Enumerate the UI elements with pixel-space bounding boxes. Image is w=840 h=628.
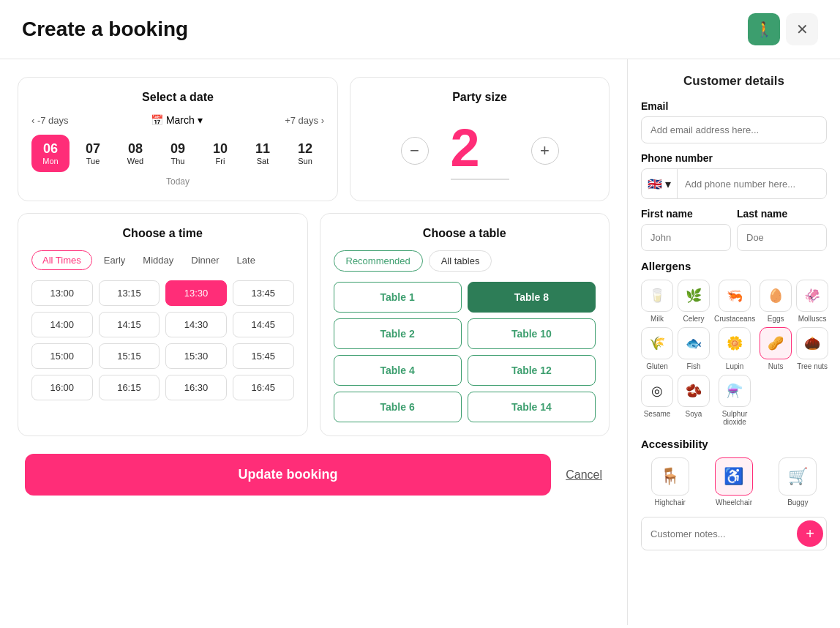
time-slot-button[interactable]: 15:45 <box>233 343 294 369</box>
date-item[interactable]: 10Fri <box>201 135 239 172</box>
date-list: 06Mon07Tue08Wed09Thu10Fri11Sat12Sun <box>31 135 324 172</box>
allergen-item[interactable]: 🥜Nuts <box>760 327 792 370</box>
time-slot-button[interactable]: 13:45 <box>233 280 294 306</box>
notes-add-button[interactable]: + <box>797 520 823 547</box>
allergen-item[interactable]: 🫘Soya <box>678 375 710 426</box>
time-slot-button[interactable]: 16:15 <box>99 375 160 400</box>
date-item[interactable]: 08Wed <box>116 135 154 172</box>
last-name-label: Last name <box>737 208 827 220</box>
time-picker-title: Choose a time <box>31 227 294 240</box>
accessibility-item[interactable]: 🛒Buggy <box>769 457 827 506</box>
allergens-title: Allergens <box>641 260 827 272</box>
date-item[interactable]: 09Thu <box>159 135 197 172</box>
allergens-grid: 🥛Milk🌿Celery🦐Crustaceans🥚Eggs🦑Molluscs🌾G… <box>641 280 827 426</box>
time-slot-button[interactable]: 14:30 <box>165 312 227 337</box>
time-slot-button[interactable]: 14:45 <box>233 312 294 337</box>
left-panel: Select a date ‹ -7 days 📅 March ▾ +7 day… <box>0 59 628 625</box>
date-picker-title: Select a date <box>31 91 324 104</box>
table-picker-card: Choose a table RecommendedAll tables Tab… <box>320 213 610 436</box>
table-grid: Table 1Table 8Table 2Table 10Table 4Tabl… <box>334 282 596 422</box>
email-input[interactable] <box>641 116 827 143</box>
month-selector[interactable]: 📅 March ▾ <box>151 114 203 126</box>
time-slot-button[interactable]: 16:30 <box>165 375 227 400</box>
header-buttons: 🚶 ✕ <box>748 13 818 45</box>
phone-label: Phone number <box>641 152 827 164</box>
table-filter-button[interactable]: Recommended <box>334 250 423 272</box>
table-button[interactable]: Table 10 <box>468 318 596 349</box>
table-button[interactable]: Table 6 <box>334 392 462 422</box>
accessibility-item[interactable]: ♿Wheelchair <box>705 457 762 506</box>
allergen-item[interactable]: 🌼Lupin <box>714 327 755 370</box>
party-decrease-button[interactable]: − <box>401 137 429 165</box>
phone-input[interactable] <box>678 171 826 197</box>
time-slot-button[interactable]: 14:15 <box>99 312 160 337</box>
accessibility-title: Accessibility <box>641 438 827 450</box>
allergen-item[interactable]: 🥛Milk <box>641 280 673 323</box>
party-size-underline <box>451 179 509 180</box>
allergen-item[interactable]: 🌿Celery <box>678 280 710 323</box>
first-name-input[interactable] <box>641 224 731 251</box>
party-size-value: 2 <box>451 122 509 174</box>
top-grid: Select a date ‹ -7 days 📅 March ▾ +7 day… <box>18 77 610 201</box>
next-days-button[interactable]: +7 days › <box>285 115 324 126</box>
allergen-item[interactable]: 🐟Fish <box>678 327 710 370</box>
date-item[interactable]: 12Sun <box>286 135 324 172</box>
allergen-item[interactable]: 🥚Eggs <box>760 280 792 323</box>
last-name-input[interactable] <box>737 224 827 251</box>
allergen-item[interactable]: ⚗️Sulphur dioxide <box>714 375 755 426</box>
time-slot-button[interactable]: 15:30 <box>165 343 227 369</box>
main-layout: Select a date ‹ -7 days 📅 March ▾ +7 day… <box>0 59 840 625</box>
close-button[interactable]: ✕ <box>786 13 818 45</box>
prev-days-button[interactable]: ‹ -7 days <box>31 115 69 126</box>
time-picker-card: Choose a time All TimesEarlyMiddayDinner… <box>18 213 308 436</box>
time-slot-button[interactable]: 16:45 <box>233 375 294 400</box>
date-item[interactable]: 11Sat <box>244 135 282 172</box>
phone-field: 🇬🇧 ▾ <box>641 168 827 199</box>
email-label: Email <box>641 100 827 112</box>
table-button[interactable]: Table 14 <box>468 392 596 422</box>
time-filters: All TimesEarlyMiddayDinnerLate <box>31 250 294 270</box>
date-picker-card: Select a date ‹ -7 days 📅 March ▾ +7 day… <box>18 77 338 201</box>
date-item[interactable]: 07Tue <box>74 135 112 172</box>
table-button[interactable]: Table 1 <box>334 282 462 313</box>
table-filter-button[interactable]: All tables <box>429 250 492 272</box>
table-filters: RecommendedAll tables <box>334 250 596 272</box>
walk-in-button[interactable]: 🚶 <box>748 13 780 45</box>
time-slot-button[interactable]: 13:00 <box>31 280 93 306</box>
time-slot-button[interactable]: 13:15 <box>99 280 160 306</box>
allergen-item[interactable]: ◎Sesame <box>641 375 673 426</box>
date-item[interactable]: 06Mon <box>31 135 70 172</box>
party-size-card: Party size − 2 + <box>350 77 610 201</box>
allergen-item[interactable]: 🌾Gluten <box>641 327 673 370</box>
time-slot-button[interactable]: 16:00 <box>31 375 93 400</box>
time-slot-button[interactable]: 15:00 <box>31 343 93 369</box>
update-booking-button[interactable]: Update booking <box>25 454 551 496</box>
allergen-item[interactable]: 🦐Crustaceans <box>714 280 755 323</box>
time-grid: 13:0013:1513:3013:4514:0014:1514:3014:45… <box>31 280 294 400</box>
table-button[interactable]: Table 8 <box>468 282 596 313</box>
table-button[interactable]: Table 2 <box>334 318 462 349</box>
actions-bar: Update booking Cancel <box>18 454 610 496</box>
time-filter-button[interactable]: All Times <box>31 250 92 270</box>
allergen-item[interactable]: 🦑Molluscs <box>796 280 828 323</box>
customer-details-title: Customer details <box>641 74 827 89</box>
table-button[interactable]: Table 4 <box>334 355 462 386</box>
customer-notes-input[interactable] <box>642 520 794 548</box>
bottom-grid: Choose a time All TimesEarlyMiddayDinner… <box>18 213 610 436</box>
name-row: First name Last name <box>641 208 827 251</box>
country-selector[interactable]: 🇬🇧 ▾ <box>642 169 678 198</box>
table-button[interactable]: Table 12 <box>468 355 596 386</box>
time-filter-button[interactable]: Early <box>98 250 132 270</box>
party-increase-button[interactable]: + <box>531 137 559 165</box>
table-picker-title: Choose a table <box>334 227 596 240</box>
cancel-button[interactable]: Cancel <box>566 468 602 482</box>
time-filter-button[interactable]: Dinner <box>185 250 225 270</box>
time-slot-button[interactable]: 15:15 <box>99 343 160 369</box>
time-slot-button[interactable]: 14:00 <box>31 312 93 337</box>
time-filter-button[interactable]: Midday <box>137 250 179 270</box>
page-title: Create a booking <box>22 18 188 41</box>
time-filter-button[interactable]: Late <box>231 250 261 270</box>
allergen-item[interactable]: 🌰Tree nuts <box>796 327 828 370</box>
time-slot-button[interactable]: 13:30 <box>165 280 227 306</box>
accessibility-item[interactable]: 🪑Highchair <box>641 457 699 506</box>
